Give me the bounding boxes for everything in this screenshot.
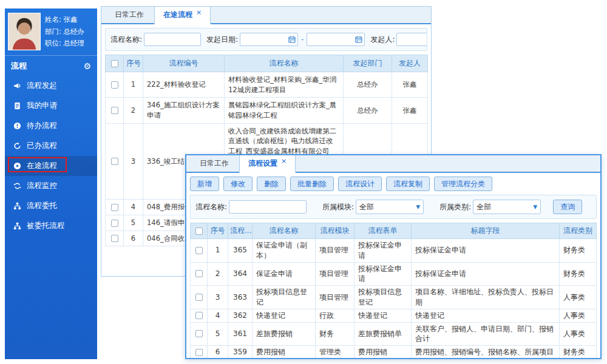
delete-button[interactable]: 删除 [257,177,286,191]
cell-category: 人事类 [560,322,597,346]
module-select-value: 全部 [359,202,374,212]
row-checkbox[interactable] [111,220,118,227]
cell-form: 投标项目信息登记 [354,286,412,309]
add-button[interactable]: 新增 [190,177,219,191]
sidebar-item-monitor[interactable]: 流程监控 [5,176,97,196]
manage-category-button[interactable]: 管理流程分类 [434,177,492,191]
start-date-label: 发起日期: [206,35,238,45]
table-row[interactable]: 5 361 差旅费报销 财务 差旅费报销单 关联客户、报销人、申请日期、部门、报… [191,322,597,346]
w2-process-table: 序号 流程... 流程名称 流程模块 流程表单 标题字段 流程类别 1 365 … [190,223,597,359]
table-row[interactable]: 4 362 快递登记 行政 快递登记 快递登记 人事类 [191,309,597,322]
cell-code: 358 [228,359,253,359]
cell-no: 4 [208,309,228,322]
process-name-input[interactable] [144,33,201,46]
tab-label: 日常工作 [200,159,229,167]
cell-no: 7 [208,359,228,359]
col-title-field: 标题字段 [412,223,560,239]
batch-delete-button[interactable]: 批量删除 [290,177,334,191]
sync-icon [13,182,21,190]
cell-module: 项目管理 [316,359,354,359]
cell-code: 346_施工组织设计方案申请 [143,98,225,123]
tab-daily-work[interactable]: 日常工作 [191,155,237,172]
sidebar-item-delegate[interactable]: 流程委托 [5,196,97,216]
sidebar-item-pending[interactable]: 待办流程 [5,116,97,136]
sidebar-item-label: 流程发起 [27,81,57,91]
category-select[interactable]: 全部 ▼ [473,200,541,214]
cell-category: 人事类 [560,309,597,322]
cell-category: 人事类 [560,359,597,359]
col-form: 流程表单 [354,223,412,239]
table-row[interactable]: 2 346_施工组织设计方案申请 晨铭园林绿化工程组织设计方案_晨铭园林绿化工程… [106,98,428,123]
gear-icon[interactable]: ⚙ [83,62,91,70]
sidebar-item-completed[interactable]: 已办流程 [5,136,97,156]
col-dept: 发起部门 [344,55,392,72]
process-name-input[interactable] [229,200,307,214]
sidebar-item-label: 被委托流程 [27,221,65,231]
sidebar-item-my-applications[interactable]: 我的申请 [5,96,97,116]
select-all-checkbox[interactable] [111,60,118,67]
cell-no: 6 [208,346,228,359]
table-row[interactable]: 3 363 投标项目信息登记 项目管理 投标项目信息登记 项目名称、详细地址、投… [191,286,597,309]
sidebar-item-delegated-to-me[interactable]: 被委托流程 [5,216,97,236]
row-checkbox[interactable] [195,247,203,254]
table-row[interactable]: 6 359 费用报销 管理类 费用报销 费用报销、报销编号、报销名称、所属项目 … [191,346,597,359]
cell-name: 差旅费报销 [253,322,316,346]
process-design-button[interactable]: 流程设计 [338,177,382,191]
process-name-label: 流程名称: [110,35,142,45]
row-checkbox[interactable] [111,81,118,89]
table-row[interactable]: 7 358 项目线索 项目管理 项目线索备案 详细地址 人事类 [191,359,597,359]
row-checkbox[interactable] [195,349,203,356]
initiator-input[interactable] [396,33,427,46]
row-checkbox[interactable] [195,330,203,337]
module-label: 所属模块: [322,202,354,212]
cell-module: 行政 [316,309,354,322]
col-no: 序号 [208,223,228,239]
tab-daily-work[interactable]: 日常工作 [106,6,152,23]
table-row[interactable]: 1 365 保证金申请（副本） 项目管理 投标保证金申请 投标保证金申请 财务类 [191,239,597,263]
profile-title: 职位: 总经理 [45,39,84,48]
process-copy-button[interactable]: 流程复制 [386,177,430,191]
cell-form: 费用报销 [354,346,412,359]
cell-module: 项目管理 [316,286,354,309]
date-separator: - [301,35,304,44]
cell-no: 3 [208,286,228,309]
row-checkbox[interactable] [111,235,118,242]
cell-name: 费用报销 [253,346,316,359]
close-tab-icon[interactable]: × [196,8,202,16]
tab-label: 流程设置 [248,159,277,167]
row-checkbox[interactable] [195,294,203,301]
date-to-field [307,33,365,46]
row-checkbox[interactable] [111,204,118,211]
cell-no: 3 [124,123,143,200]
close-tab-icon[interactable]: × [281,157,287,165]
query-button[interactable]: 查询 [553,200,582,214]
cell-code: 363 [228,286,253,309]
cell-module: 项目管理 [316,262,354,286]
col-code: 流程编号 [143,55,225,72]
row-checkbox[interactable] [195,312,203,319]
row-checkbox[interactable] [111,107,118,114]
sidebar-item-label: 我的申请 [27,101,57,111]
sidebar-item-initiate[interactable]: 流程发起 [5,76,97,96]
modify-button[interactable]: 修改 [223,177,253,191]
tab-label: 日常工作 [115,10,144,19]
cell-module: 项目管理 [316,239,354,263]
tab-in-transit[interactable]: 在途流程× [154,6,211,24]
date-to-input[interactable] [307,33,365,46]
cell-title-field: 项目名称、详细地址、投标负责人、投标日期 [412,286,560,309]
sidebar-item-in-transit[interactable]: 在途流程 [5,156,97,176]
profile-name: 姓名: 张鑫 [45,15,84,24]
module-select[interactable]: 全部 ▼ [356,200,424,214]
table-row[interactable]: 2 364 保证金申请 项目管理 投标保证金申请 投标保证金申请 财务类 [191,262,597,286]
row-checkbox[interactable] [111,158,118,165]
table-row[interactable]: 1 222_材料验收登记 材料验收登记_材料采购_张鑫_华润12城房建工程项目 … [106,72,428,98]
cell-form: 快递登记 [354,309,412,322]
tab-process-settings[interactable]: 流程设置× [239,154,296,173]
sidebar-item-label: 待办流程 [27,121,57,131]
select-all-checkbox[interactable] [195,228,203,235]
date-from-input[interactable] [240,33,298,46]
initiator-label: 发起人: [370,35,395,45]
row-checkbox[interactable] [195,270,203,277]
megaphone-icon [13,82,21,90]
cell-category: 人事类 [560,286,597,309]
